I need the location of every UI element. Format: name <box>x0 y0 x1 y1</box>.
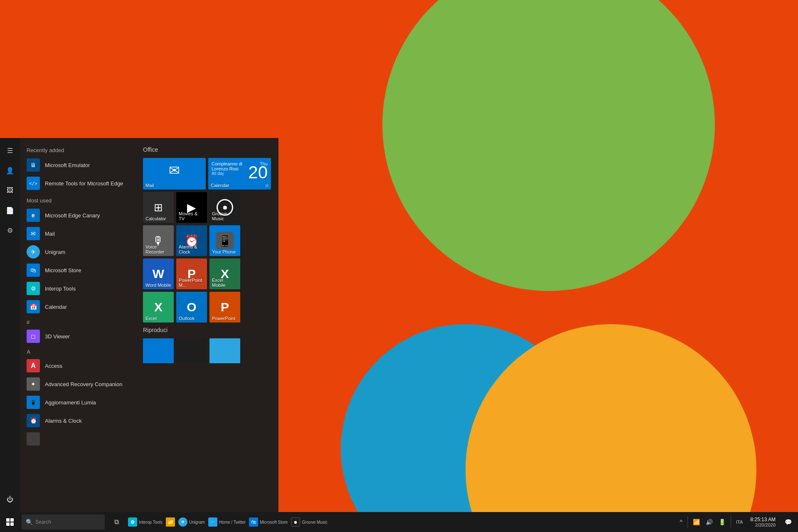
app-label-calendar: Calendar <box>45 304 67 310</box>
volume-icon[interactable]: 🔊 <box>704 518 714 526</box>
app-microsoft-store[interactable]: 🛍 Microsoft Store <box>20 261 136 279</box>
app-icon-calendar: 📅 <box>27 300 40 313</box>
app-calendar[interactable]: 📅 Calendar <box>20 298 136 316</box>
app-remote-tools[interactable]: </> Remote Tools for Microsoft Edge <box>20 174 136 192</box>
app-label-alarms-clock: Alarms & Clock <box>45 418 82 424</box>
tile-alarms[interactable]: ⏰ Alarms & Clock <box>176 225 207 256</box>
taskbar-app-twitter[interactable]: 🐦 Home / Twitter <box>207 512 247 532</box>
tile-mail-label: Mail <box>143 181 156 190</box>
svg-rect-3 <box>10 522 14 526</box>
clock-time: 8:25:13 AM <box>750 517 776 522</box>
store-icon: 🛍 <box>249 517 258 527</box>
sidebar-settings[interactable]: ⚙ <box>2 222 18 239</box>
tile-excelm[interactable]: X Excel Mobile <box>209 259 240 289</box>
interop-icon: ⚙ <box>128 517 137 527</box>
tile-voice-recorder[interactable]: 🎙 Voice Recorder <box>143 225 174 256</box>
tray-divider2 <box>731 516 731 528</box>
system-tray: ^ 📶 🔊 🔋 ITA 8:25:13 AM 2/20/2020 💬 <box>675 512 798 532</box>
taskbar-app-interop[interactable]: ⚙ Interop Tools <box>126 512 164 532</box>
start-button[interactable] <box>0 512 20 532</box>
tile-calendar[interactable]: Compleanno diLorenzo Rosi All day Thu 20… <box>208 158 271 190</box>
sidebar-documents[interactable]: 📄 <box>2 202 18 219</box>
taskbar-app-store[interactable]: 🛍 Microsoft Store <box>247 512 289 532</box>
action-center-icon: 💬 <box>785 519 792 525</box>
sidebar-power[interactable]: ⏻ <box>2 491 18 508</box>
groove-taskbar-label: Groove Music <box>302 520 328 525</box>
app-icon-unigram: ✈ <box>27 245 40 259</box>
most-used-header: Most used <box>20 192 136 206</box>
app-label-edge-canary: Microsoft Edge Canary <box>45 212 100 219</box>
clock-date: 2/20/2020 <box>750 522 776 527</box>
app-icon-next-partial <box>27 432 40 446</box>
app-3d-viewer[interactable]: ◻ 3D Viewer <box>20 327 136 345</box>
tile-mail[interactable]: ✉ Mail <box>143 158 206 190</box>
tiles-row5: X Excel O Outlook P PowerPoint <box>143 292 271 323</box>
tile-ppt[interactable]: P PowerPoint <box>209 292 240 323</box>
battery-icon[interactable]: 🔋 <box>717 518 727 526</box>
tile-groove[interactable]: ⏺ Groove Music <box>209 192 240 223</box>
tiles-row3: 🎙 Voice Recorder ⏰ Alarms & Clock 📱 Your… <box>143 225 271 256</box>
taskbar-app-telegram[interactable]: ✈ Unigram <box>177 512 207 532</box>
tile-alarms-label: Alarms & Clock <box>176 243 207 256</box>
taskbar-search[interactable]: 🔍 Search <box>22 515 105 530</box>
store-label: Microsoft Store <box>260 520 288 525</box>
sidebar-photos[interactable]: 🖼 <box>2 182 18 199</box>
action-center-button[interactable]: 💬 <box>781 512 795 532</box>
svg-rect-1 <box>10 518 14 522</box>
tile-groove-label: Groove Music <box>209 209 240 223</box>
alpha-a: A <box>20 345 136 357</box>
calendar-date: 20 <box>248 164 268 181</box>
twitter-icon: 🐦 <box>208 517 217 527</box>
app-label-access: Access <box>45 363 62 369</box>
tray-divider <box>687 516 688 528</box>
app-arc[interactable]: ✦ Advanced Recovery Companion <box>20 375 136 393</box>
tile-ppt-label: PowerPoint <box>209 314 238 323</box>
sidebar-user[interactable]: 👤 <box>2 162 18 179</box>
groove-taskbar-icon: ⏺ <box>291 517 300 527</box>
taskbar-clock[interactable]: 8:25:13 AM 2/20/2020 <box>747 517 779 527</box>
tile-outlook[interactable]: O Outlook <box>176 292 207 323</box>
app-unigram[interactable]: ✈ Unigram <box>20 243 136 261</box>
tile-riproduci-3[interactable] <box>209 338 240 363</box>
tile-word[interactable]: W Word Mobile <box>143 259 174 289</box>
language-indicator[interactable]: ITA <box>734 520 744 525</box>
tiles-row4: W Word Mobile P PowerPoint M... X Excel … <box>143 259 271 289</box>
task-view-button[interactable]: ⧉ <box>106 512 126 532</box>
app-alarms-clock[interactable]: ⏰ Alarms & Clock <box>20 411 136 430</box>
wallpaper-circle-green <box>382 0 715 291</box>
app-icon-edge-canary: e <box>27 209 40 222</box>
tile-voice-label: Voice Recorder <box>143 243 174 256</box>
tile-excel[interactable]: X Excel <box>143 292 174 323</box>
tile-phone[interactable]: 📱 Your Phone <box>209 225 240 256</box>
app-microsoft-emulator[interactable]: 🖥 Microsoft Emulator <box>20 156 136 174</box>
taskbar-app-groove[interactable]: ⏺ Groove Music <box>289 512 329 532</box>
app-next-partial[interactable] <box>20 430 136 448</box>
search-placeholder: Search <box>35 519 51 525</box>
calculator-icon: ⊞ <box>154 201 163 214</box>
tile-excel-label: Excel <box>143 314 159 323</box>
app-access[interactable]: A Access <box>20 357 136 375</box>
tile-movies[interactable]: ▶ Movies & TV <box>176 192 207 223</box>
network-icon[interactable]: 📶 <box>691 518 702 526</box>
sidebar-hamburger[interactable]: ☰ <box>2 142 18 159</box>
tile-riproduci-1[interactable] <box>143 338 174 363</box>
ppt-icon: P <box>221 300 229 314</box>
tiles-row1: ✉ Mail Compleanno diLorenzo Rosi All day… <box>143 158 271 190</box>
taskbar-app-files[interactable]: 📁 <box>164 512 177 532</box>
tile-word-label: Word Mobile <box>143 281 174 289</box>
app-label-microsoft-store: Microsoft Store <box>45 267 81 273</box>
expand-tray-icon[interactable]: ^ <box>678 518 684 526</box>
alpha-hash: # <box>20 316 136 327</box>
interop-label: Interop Tools <box>139 520 163 525</box>
app-mail[interactable]: ✉ Mail <box>20 224 136 243</box>
tile-pptm[interactable]: P PowerPoint M... <box>176 259 207 289</box>
tile-phone-label: Your Phone <box>209 248 238 256</box>
svg-rect-0 <box>6 518 10 522</box>
tiles-row2: ⊞ Calculator ▶ Movies & TV ⏺ Groove Musi… <box>143 192 271 223</box>
app-aggiornamenti[interactable]: 📱 Aggiornamenti Lumia <box>20 393 136 411</box>
tile-riproduci-2[interactable] <box>176 338 207 363</box>
app-edge-canary[interactable]: e Microsoft Edge Canary <box>20 206 136 224</box>
tile-excelm-label: Excel Mobile <box>209 276 240 289</box>
app-interop-tools[interactable]: ⚙ Interop Tools <box>20 279 136 298</box>
tile-calculator[interactable]: ⊞ Calculator <box>143 192 174 223</box>
